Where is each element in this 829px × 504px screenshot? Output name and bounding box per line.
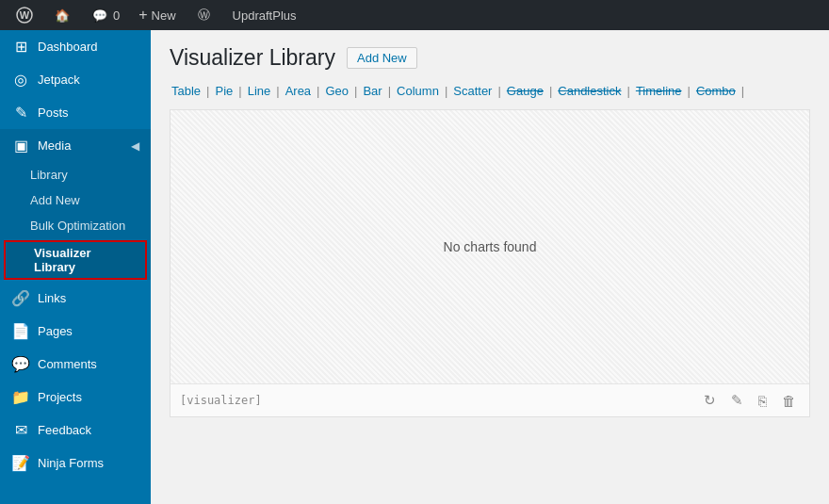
comments-sidebar-icon: 💬 [11, 355, 30, 373]
filter-tab-area[interactable]: Area [284, 84, 313, 98]
filter-tab-geo[interactable]: Geo [323, 84, 350, 98]
divider-11: | [688, 84, 691, 98]
sidebar-label-pages: Pages [38, 324, 73, 338]
admin-bar-home[interactable]: 🏠 [45, 0, 79, 30]
pages-icon: 📄 [11, 322, 30, 340]
divider-5: | [354, 84, 357, 98]
filter-tab-timeline[interactable]: Timeline [634, 84, 684, 98]
sidebar-label-dashboard: Dashboard [38, 40, 98, 54]
sidebar-subitem-bulk-optimization[interactable]: Bulk Optimization [0, 213, 151, 238]
admin-bar-comments[interactable]: 💬 0 [83, 0, 127, 30]
divider-7: | [445, 84, 447, 98]
projects-icon: 📁 [11, 388, 30, 406]
sidebar-label-posts: Posts [38, 106, 69, 120]
admin-bar-updraftplus[interactable]: UpdraftPlus [225, 0, 304, 30]
ninja-forms-icon: 📝 [11, 454, 30, 472]
sidebar-item-comments[interactable]: 💬 Comments [0, 348, 151, 381]
chart-area: No charts found [171, 110, 809, 383]
sidebar-label-comments: Comments [38, 357, 97, 371]
content-area: Visualizer Library Add New Table | Pie |… [151, 30, 829, 504]
sidebar-item-ninja-forms[interactable]: 📝 Ninja Forms [0, 447, 151, 480]
sidebar-label-jetpack: Jetpack [38, 73, 80, 87]
chart-footer: [visualizer] ↻ ✎ ⎘ 🗑 [171, 383, 809, 416]
svg-text:W: W [20, 9, 30, 21]
sidebar-label-feedback: Feedback [38, 423, 91, 437]
no-charts-text: No charts found [444, 239, 537, 254]
sidebar-item-projects[interactable]: 📁 Projects [0, 381, 151, 414]
sidebar-label-projects: Projects [38, 390, 82, 404]
sidebar-label-links: Links [38, 291, 66, 305]
delete-button[interactable]: 🗑 [778, 391, 800, 411]
links-icon: 🔗 [11, 289, 30, 307]
wp-logo-icon: W [15, 6, 34, 24]
filter-tab-gauge[interactable]: Gauge [505, 84, 545, 98]
sidebar-item-links[interactable]: 🔗 Links [0, 282, 151, 315]
divider-2: | [238, 84, 241, 98]
media-submenu: Library Add New Bulk Optimization Visual… [0, 162, 151, 280]
divider-3: | [276, 84, 279, 98]
sidebar-item-feedback[interactable]: ✉ Feedback [0, 414, 151, 447]
sidebar-label-media: Media [38, 138, 71, 153]
divider-6: | [388, 84, 391, 98]
refresh-button[interactable]: ↻ [700, 390, 720, 411]
divider-12: | [741, 84, 744, 98]
page-header: Visualizer Library Add New [170, 45, 810, 71]
comments-count: 0 [113, 8, 120, 23]
wp-circle-icon: Ⓦ [195, 6, 214, 24]
home-icon: 🏠 [53, 6, 72, 24]
filter-tab-column[interactable]: Column [395, 84, 441, 98]
filter-tab-table[interactable]: Table [170, 84, 203, 98]
new-label: New [152, 8, 176, 23]
sidebar: ⊞ Dashboard ◎ Jetpack ✎ Posts ▣ Media ◀ … [0, 30, 151, 504]
sidebar-item-media[interactable]: ▣ Media ◀ [0, 129, 151, 162]
copy-button[interactable]: ⎘ [755, 391, 771, 411]
filter-tab-combo[interactable]: Combo [694, 84, 738, 98]
divider-9: | [549, 84, 552, 98]
sidebar-item-posts[interactable]: ✎ Posts [0, 96, 151, 129]
divider-4: | [317, 84, 319, 98]
sidebar-label-ninja-forms: Ninja Forms [38, 456, 104, 470]
sidebar-item-dashboard[interactable]: ⊞ Dashboard [0, 30, 151, 63]
admin-bar-wp-logo[interactable]: W [8, 0, 41, 30]
filter-tab-line[interactable]: Line [246, 84, 273, 98]
page-title: Visualizer Library [170, 45, 335, 71]
sidebar-subitem-add-new[interactable]: Add New [0, 187, 151, 213]
divider-10: | [626, 84, 629, 98]
updraftplus-label: UpdraftPlus [233, 8, 297, 23]
sidebar-item-jetpack[interactable]: ◎ Jetpack [0, 63, 151, 96]
main-layout: ⊞ Dashboard ◎ Jetpack ✎ Posts ▣ Media ◀ … [0, 30, 829, 504]
sidebar-arrow-media: ◀ [131, 139, 139, 153]
filter-tab-candlestick[interactable]: Candlestick [556, 84, 623, 98]
divider-1: | [206, 84, 209, 98]
media-icon: ▣ [11, 137, 30, 154]
chart-container: No charts found [visualizer] ↻ ✎ ⎘ 🗑 [170, 109, 810, 417]
jetpack-icon: ◎ [11, 71, 30, 89]
chart-shortcode: [visualizer] [180, 394, 262, 407]
posts-icon: ✎ [11, 104, 30, 122]
admin-bar-wp-icon[interactable]: Ⓦ [187, 0, 221, 30]
sidebar-subitem-visualizer-library[interactable]: Visualizer Library [4, 240, 147, 280]
add-new-button[interactable]: Add New [347, 47, 417, 69]
plus-icon: + [138, 7, 147, 24]
filter-tabs: Table | Pie | Line | Area | Geo | Bar | … [170, 84, 810, 98]
edit-button[interactable]: ✎ [727, 390, 747, 411]
chart-actions: ↻ ✎ ⎘ 🗑 [700, 390, 800, 411]
dashboard-icon: ⊞ [11, 38, 30, 56]
feedback-icon: ✉ [11, 421, 30, 439]
sidebar-subitem-library[interactable]: Library [0, 162, 151, 187]
divider-8: | [497, 84, 500, 98]
sidebar-item-pages[interactable]: 📄 Pages [0, 315, 151, 348]
comments-icon: 💬 [90, 6, 109, 24]
filter-tab-bar[interactable]: Bar [361, 84, 383, 98]
admin-bar-new[interactable]: + New [131, 0, 183, 30]
filter-tab-pie[interactable]: Pie [213, 84, 235, 98]
filter-tab-scatter[interactable]: Scatter [451, 84, 494, 98]
admin-bar: W 🏠 💬 0 + New Ⓦ UpdraftPlus [0, 0, 829, 30]
